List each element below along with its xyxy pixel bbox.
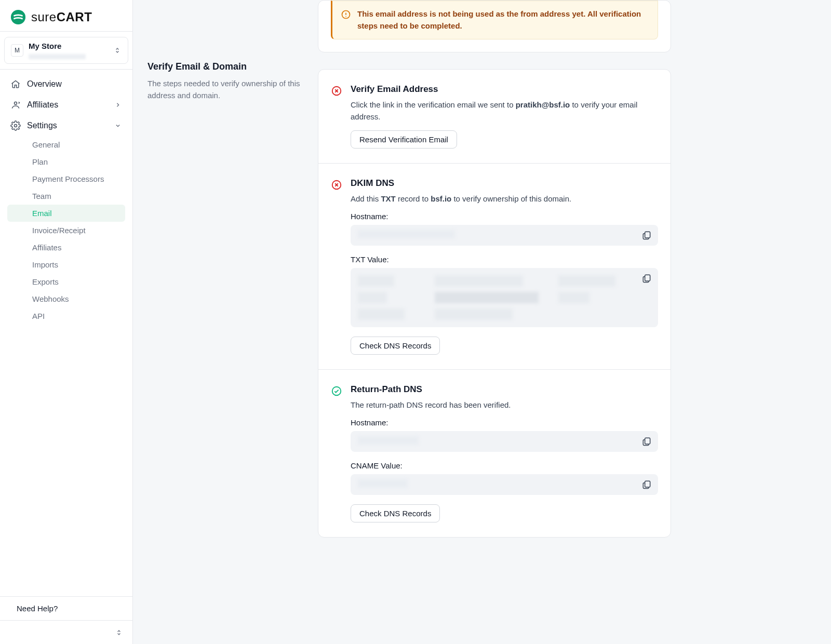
dkim-title: DKIM DNS <box>351 178 658 189</box>
subnav-webhooks[interactable]: Webhooks <box>7 290 125 307</box>
subnav-plan[interactable]: Plan <box>7 153 125 170</box>
copy-icon[interactable] <box>641 273 652 284</box>
verify-card: Verify Email Address Click the link in t… <box>318 69 671 538</box>
copy-icon[interactable] <box>641 479 652 490</box>
brand-text: sureCART <box>31 10 92 24</box>
subnav-team[interactable]: Team <box>7 187 125 205</box>
chevron-down-icon <box>114 122 122 130</box>
main-content: Verify Email & Domain The steps needed t… <box>133 0 831 644</box>
help-link[interactable]: Need Help? <box>10 604 122 613</box>
svg-rect-12 <box>645 438 650 444</box>
surecart-logo-icon <box>10 9 26 25</box>
sidebar: sureCART M My Store <box>0 0 133 644</box>
dkim-hostname-label: Hostname: <box>351 212 658 221</box>
check-dns-button[interactable]: Check DNS Records <box>351 504 440 522</box>
settings-subnav: General Plan Payment Processors Team Ema… <box>4 136 128 329</box>
store-avatar: M <box>11 44 23 57</box>
dkim-hostname-value[interactable] <box>351 225 658 246</box>
svg-rect-13 <box>645 481 650 487</box>
svg-point-6 <box>345 16 346 17</box>
verify-email-title: Verify Email Address <box>351 84 658 95</box>
sidebar-item-overview[interactable]: Overview <box>4 74 128 95</box>
check-dns-button[interactable]: Check DNS Records <box>351 337 440 355</box>
resend-verification-button[interactable]: Resend Verification Email <box>351 130 457 149</box>
sidebar-item-label: Settings <box>27 121 57 130</box>
store-name: My Store <box>29 42 86 51</box>
redacted-text <box>358 273 635 322</box>
subnav-exports[interactable]: Exports <box>7 273 125 290</box>
redacted-text <box>358 479 408 488</box>
success-icon <box>331 385 342 397</box>
return-path-item: Return-Path DNS The return-path DNS reco… <box>318 369 671 537</box>
subnav-payment-processors[interactable]: Payment Processors <box>7 170 125 187</box>
chevron-right-icon <box>114 101 122 109</box>
return-path-hostname-label: Hostname: <box>351 418 658 427</box>
dkim-domain: bsf.io <box>431 194 451 203</box>
svg-point-11 <box>332 387 341 396</box>
sidebar-item-label: Affiliates <box>27 100 58 110</box>
svg-rect-9 <box>645 232 650 238</box>
return-path-hostname-value[interactable] <box>351 431 658 452</box>
subnav-general[interactable]: General <box>7 136 125 153</box>
dkim-txt-value[interactable] <box>351 268 658 327</box>
error-icon <box>331 179 342 191</box>
section-body: This email address is not being used as … <box>318 0 671 623</box>
home-icon <box>10 79 21 89</box>
verify-email-address: pratikh@bsf.io <box>516 100 570 109</box>
gear-icon <box>10 120 21 131</box>
redacted-text <box>358 436 419 445</box>
copy-icon[interactable] <box>641 230 652 240</box>
copy-icon[interactable] <box>641 436 652 447</box>
subnav-email[interactable]: Email <box>7 205 125 222</box>
primary-nav: Overview Affiliates <box>0 70 132 333</box>
alert-message: This email address is not being used as … <box>357 8 648 32</box>
return-path-title: Return-Path DNS <box>351 384 658 395</box>
svg-rect-10 <box>645 275 650 281</box>
store-switcher[interactable]: M My Store <box>4 37 128 64</box>
brand: sureCART <box>0 0 132 31</box>
sidebar-item-affiliates[interactable]: Affiliates <box>4 95 128 115</box>
alert-card: This email address is not being used as … <box>318 0 671 52</box>
dkim-item: DKIM DNS Add this TXT record to bsf.io t… <box>318 163 671 369</box>
updown-icon <box>115 628 123 637</box>
section-title: Verify Email & Domain <box>148 61 303 72</box>
subnav-invoice-receipt[interactable]: Invoice/Receipt <box>7 222 125 239</box>
redacted-text <box>358 230 455 238</box>
return-path-desc: The return-path DNS record has been veri… <box>351 399 658 411</box>
sidebar-footer: Need Help? <box>0 596 132 620</box>
affiliates-icon <box>10 100 21 110</box>
subnav-imports[interactable]: Imports <box>7 256 125 273</box>
return-path-cname-value[interactable] <box>351 474 658 495</box>
dkim-txt-label: TXT Value: <box>351 255 658 264</box>
help-label: Need Help? <box>17 604 58 613</box>
verify-email-desc: Click the link in the verification email… <box>351 99 658 123</box>
sidebar-item-label: Overview <box>27 79 62 89</box>
verify-email-item: Verify Email Address Click the link in t… <box>318 70 671 163</box>
divider <box>0 31 132 32</box>
return-path-cname-label: CNAME Value: <box>351 461 658 470</box>
section-desc: The steps needed to verify ownership of … <box>148 77 303 102</box>
section-description: Verify Email & Domain The steps needed t… <box>148 0 303 623</box>
updown-icon <box>113 46 122 55</box>
error-icon <box>331 85 342 97</box>
sidebar-collapse-toggle[interactable] <box>0 620 132 644</box>
alert-icon <box>341 9 351 20</box>
verification-pending-alert: This email address is not being used as … <box>331 1 658 39</box>
svg-point-2 <box>15 125 17 127</box>
dkim-desc: Add this TXT record to bsf.io to verify … <box>351 193 658 205</box>
subnav-affiliates[interactable]: Affiliates <box>7 239 125 256</box>
store-subtext-blurred <box>29 54 86 59</box>
sidebar-item-settings[interactable]: Settings <box>4 115 128 136</box>
subnav-api[interactable]: API <box>7 307 125 325</box>
svg-point-1 <box>15 102 17 104</box>
